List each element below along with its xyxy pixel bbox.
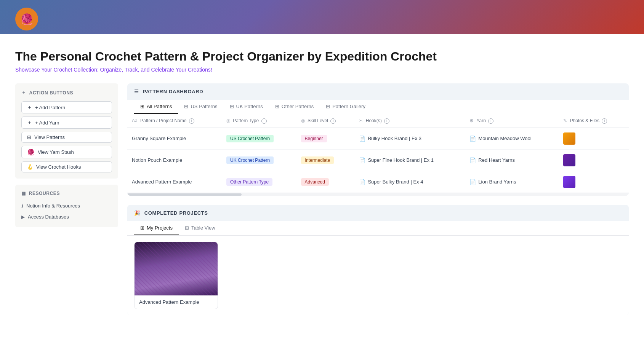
- add-yarn-button[interactable]: ＋ + Add Yarn: [21, 116, 112, 129]
- row1-pattern-badge: US Crochet Pattern: [226, 135, 274, 142]
- view-yarn-button[interactable]: 🧶 View Yarn Stash: [21, 146, 112, 158]
- table-row: Advanced Pattern Example Other Pattern T…: [127, 171, 629, 193]
- view-patterns-icon: ⊞: [27, 134, 31, 140]
- party-popper-icon: 🎉: [134, 210, 141, 216]
- row2-pattern-badge: UK Crochet Pattern: [226, 156, 274, 164]
- tab-pattern-gallery[interactable]: ⊞ Pattern Gallery: [320, 100, 372, 114]
- header-banner: 🧶: [0, 0, 644, 34]
- col-yarn: ⚙ Yarn i: [465, 114, 559, 128]
- logo-area: 🧶: [15, 8, 38, 30]
- resources-label: RESOURCES: [29, 191, 60, 196]
- row3-hooks-text: Super Bulky Brand | Ex 4: [368, 179, 423, 185]
- tab-my-projects-icon: ⊞: [140, 225, 144, 231]
- col-yarn-info-icon: i: [488, 118, 493, 124]
- tab-all-patterns[interactable]: ⊞ All Patterns: [134, 100, 178, 114]
- add-pattern-icon: ＋: [27, 104, 32, 111]
- horizontal-scrollbar[interactable]: [127, 193, 629, 196]
- notion-info-item[interactable]: ℹ Notion Info & Resources: [21, 201, 112, 210]
- row3-pattern-badge: Other Pattern Type: [226, 178, 272, 186]
- tab-table-view-label: Table View: [191, 225, 215, 231]
- row2-thumbnail: [563, 154, 575, 166]
- tab-other-patterns[interactable]: ⊞ Other Patterns: [269, 100, 320, 114]
- row2-hooks: 📄 Super Fine Hook Brand | Ex 1: [354, 149, 465, 171]
- tab-us-patterns[interactable]: ⊞ US Patterns: [178, 100, 223, 114]
- resources-header: ▦ RESOURCES: [21, 191, 112, 196]
- info-circle-icon: ℹ: [21, 203, 23, 209]
- logo-icon: 🧶: [15, 8, 38, 30]
- col-name-info-icon: i: [189, 118, 194, 124]
- row3-name[interactable]: Advanced Pattern Example: [127, 171, 222, 193]
- page-title: The Personal Crochet Pattern & Project O…: [15, 49, 629, 64]
- action-buttons-icon: ＋: [21, 89, 26, 96]
- row2-name[interactable]: Notion Pouch Example: [127, 149, 222, 171]
- tab-us-patterns-label: US Patterns: [191, 104, 217, 109]
- col-photos-icon: ✎: [563, 118, 567, 123]
- row2-yarn-doc-icon: 📄: [469, 157, 476, 163]
- tab-other-patterns-grid-icon: ⊞: [275, 104, 279, 109]
- row3-skill: Advanced: [296, 171, 355, 193]
- access-databases-item[interactable]: ▶ Access Databases: [21, 212, 112, 221]
- row1-doc-icon: 📄: [359, 136, 365, 142]
- tab-uk-patterns[interactable]: ⊞ UK Patterns: [224, 100, 269, 114]
- tab-my-projects[interactable]: ⊞ My Projects: [134, 221, 179, 235]
- view-hooks-label: View Crochet Hooks: [36, 164, 81, 170]
- col-photos: ✎ Photos & Files i: [559, 114, 629, 128]
- yarn-icon: 🧶: [27, 148, 35, 156]
- row1-yarn-doc-icon: 📄: [469, 136, 476, 142]
- project-card-image: [135, 242, 218, 295]
- col-hooks: ✂ Hook(s) i: [354, 114, 465, 128]
- row2-hooks-text: Super Fine Hook Brand | Ex 1: [368, 157, 433, 163]
- access-databases-label: Access Databases: [28, 214, 69, 220]
- col-yarn-icon: ⚙: [469, 118, 474, 123]
- row2-photos: [559, 149, 629, 171]
- col-photos-info-icon: i: [602, 118, 607, 124]
- row3-yarn-text: Lion Brand Yarns: [478, 179, 516, 185]
- tab-uk-patterns-label: UK Patterns: [236, 104, 263, 109]
- row1-yarn: 📄 Mountain Meadow Wool: [465, 128, 559, 149]
- tab-table-view[interactable]: ⊞ Table View: [179, 221, 221, 235]
- col-hooks-info-icon: i: [384, 118, 389, 124]
- yarn-emoji: 🧶: [20, 13, 34, 26]
- completed-projects-header: 🎉 COMPLETED PROJECTS: [127, 205, 629, 221]
- row1-hooks: 📄 Bulky Hook Brand | Ex 3: [354, 128, 465, 149]
- tab-other-patterns-label: Other Patterns: [282, 104, 314, 109]
- hooks-icon: 🪝: [27, 164, 33, 170]
- row1-name[interactable]: Granny Square Example: [127, 128, 222, 149]
- tab-all-patterns-label: All Patterns: [147, 104, 172, 109]
- row2-skill: Intermediate: [296, 149, 355, 171]
- view-hooks-button[interactable]: 🪝 View Crochet Hooks: [21, 161, 112, 172]
- table-row: Granny Square Example US Crochet Pattern…: [127, 128, 629, 149]
- row2-yarn: 📄 Red Heart Yarns: [465, 149, 559, 171]
- project-card[interactable]: Advanced Pattern Example: [134, 242, 218, 309]
- row2-skill-badge: Intermediate: [301, 156, 334, 164]
- row3-yarn-doc-icon: 📄: [469, 179, 476, 185]
- add-yarn-label: + Add Yarn: [35, 120, 59, 126]
- action-buttons-header: ＋ ACTION BUTTONS: [21, 89, 112, 96]
- row1-yarn-text: Mountain Meadow Wool: [478, 136, 531, 141]
- tab-pattern-gallery-grid-icon: ⊞: [326, 104, 330, 109]
- action-buttons-label: ACTION BUTTONS: [29, 90, 74, 96]
- row3-doc-icon: 📄: [359, 179, 365, 185]
- main-layout: ＋ ACTION BUTTONS ＋ + Add Pattern ＋ + Add…: [15, 83, 629, 315]
- view-yarn-label: View Yarn Stash: [38, 149, 74, 155]
- tab-uk-patterns-grid-icon: ⊞: [230, 104, 234, 109]
- row2-doc-icon: 📄: [359, 157, 365, 163]
- row1-hooks-text: Bulky Hook Brand | Ex 3: [368, 136, 421, 141]
- projects-grid: Advanced Pattern Example: [127, 236, 629, 315]
- add-yarn-icon: ＋: [27, 119, 32, 126]
- completed-projects-section: 🎉 COMPLETED PROJECTS ⊞ My Projects ⊞ Tab…: [127, 205, 629, 315]
- view-patterns-button[interactable]: ⊞ View Patterns: [21, 132, 112, 143]
- pattern-dashboard-label: PATTERN DASHBOARD: [143, 89, 203, 94]
- col-name-icon: Aa: [132, 118, 138, 123]
- pattern-tabs-bar: ⊞ All Patterns ⊞ US Patterns ⊞ UK Patter…: [127, 100, 629, 114]
- patterns-table: Aa Pattern / Project Name i ◎ Pattern Ty…: [127, 114, 629, 193]
- col-skill-info-icon: i: [330, 118, 336, 124]
- row1-pattern-type: US Crochet Pattern: [222, 128, 296, 149]
- project-crochet-pattern: [135, 242, 218, 295]
- page-subtitle: Showcase Your Crochet Collection: Organi…: [15, 67, 629, 73]
- row2-pattern-type: UK Crochet Pattern: [222, 149, 296, 171]
- projects-tabs-bar: ⊞ My Projects ⊞ Table View: [127, 221, 629, 236]
- add-pattern-button[interactable]: ＋ + Add Pattern: [21, 101, 112, 113]
- tab-all-patterns-grid-icon: ⊞: [140, 104, 144, 109]
- page-content: The Personal Crochet Pattern & Project O…: [0, 34, 644, 330]
